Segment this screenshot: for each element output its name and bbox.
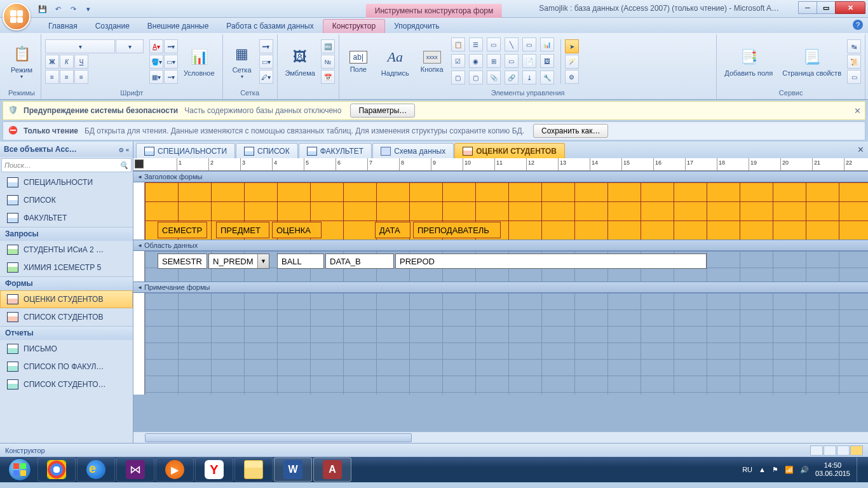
office-button[interactable] [3,3,31,30]
frame-icon[interactable]: ▢ [451,71,465,85]
close-icon[interactable]: ✕ [857,145,864,154]
font-selector[interactable]: ▾ [45,39,115,53]
task-vs[interactable]: ⋈ [116,458,154,482]
nav-item-query[interactable]: ХИМИЯ 1СЕМЕСТР 5 [0,259,133,276]
select-tool[interactable]: ➤ [565,39,579,53]
thickness-button[interactable]: ━▾ [164,39,178,53]
page-icon[interactable]: 📄 [522,54,536,68]
nav-item-report[interactable]: СПИСОК СТУДЕНТО… [0,376,133,393]
undo-icon[interactable]: ↶ [51,3,65,15]
tray-flag-icon[interactable]: ▲ [759,466,766,473]
doc-tab[interactable]: СПИСОК [236,143,298,158]
underline-button[interactable]: Ч [74,55,88,69]
italic-button[interactable]: К [60,55,74,69]
bold-button[interactable]: Ж [45,55,59,69]
fontcolor-button[interactable]: A▾ [149,39,163,53]
form-field[interactable]: BALL [277,254,324,269]
nav-category-reports[interactable]: Отчеты [0,326,133,340]
select-all-box[interactable] [135,159,144,168]
form-field[interactable]: N_PREDM▼ [208,254,269,269]
task-media[interactable]: ▶ [156,458,194,482]
task-explorer[interactable] [234,458,273,482]
nav-item-form[interactable]: ОЦЕНКИ СТУДЕНТОВ [0,290,133,308]
grid-color-button[interactable]: 🖊▾ [259,70,273,84]
addfields-button[interactable]: 📑Добавить поля [721,36,776,87]
conditional-button[interactable]: 📊Условное [180,36,219,87]
pagenum-button[interactable]: № [321,55,335,69]
form-label[interactable]: ОЦЕНКА [272,222,322,238]
form-header-section[interactable]: СЕМЕСТРПРЕДМЕТОЦЕНКАДАТАПРЕПОДАВАТЕЛЬ [133,182,868,240]
doc-tab[interactable]: СПЕЦИАЛЬНОСТИ [136,143,235,158]
form-field[interactable]: DATA_B [325,254,394,269]
scroll-thumb[interactable] [145,433,412,442]
nav-item-form[interactable]: СПИСОК СТУДЕНТОВ [0,308,133,326]
nav-item-table[interactable]: СПИСОК [0,191,133,209]
subform-new-button[interactable]: ▭ [847,70,861,84]
doc-tab[interactable]: Схема данных [372,143,454,158]
form-label[interactable]: ПРЕПОДАВАТЕЛЬ [413,222,501,238]
datetime-button[interactable]: 📅 [321,70,335,84]
nav-category-forms[interactable]: Формы [0,276,133,290]
tab-create[interactable]: Создание [86,20,139,33]
task-ie[interactable]: e [77,458,115,482]
textbox-button[interactable]: ab|Поле [343,36,374,87]
task-access[interactable]: A [313,458,351,482]
save-icon[interactable]: 💾 [36,3,50,15]
option-icon[interactable]: ◉ [469,54,483,68]
chevron-down-icon[interactable]: ▼ [257,254,269,268]
language-indicator[interactable]: RU [742,466,752,473]
clock[interactable]: 14:5003.06.2015 [815,461,850,478]
nav-item-report[interactable]: СПИСОК ПО ФАКУЛ… [0,358,133,376]
section-footer-bar[interactable]: ◄Примечание формы [133,281,868,293]
close-button[interactable]: ✕ [835,1,865,14]
vertical-ruler[interactable] [133,251,145,281]
checkbox-icon[interactable]: ☑ [451,54,465,68]
tab-home[interactable]: Главная [39,20,86,33]
tab-external[interactable]: Внешние данные [139,20,218,33]
vertical-ruler[interactable] [133,182,145,240]
tab-design[interactable]: Конструктор [323,19,385,33]
combobox-icon[interactable]: 📋 [451,37,465,51]
toggle-icon[interactable]: ⊞ [487,54,501,68]
image-icon[interactable]: 🖼 [540,54,554,68]
grid-width-button[interactable]: ━▾ [259,39,273,53]
code-button[interactable]: 📜 [847,55,861,69]
unbound-icon[interactable]: ▢ [469,71,483,85]
form-label[interactable]: ПРЕДМЕТ [216,222,269,238]
line-icon[interactable]: ╲ [505,37,519,51]
help-icon[interactable]: ? [853,20,863,30]
more-controls-icon[interactable]: 🔧 [540,71,554,85]
label-button[interactable]: AaНадпись [377,36,413,87]
subform-icon[interactable]: ▭ [487,37,501,51]
wizard-toggle[interactable]: 🪄 [565,55,579,69]
chart-icon[interactable]: 📊 [540,37,554,51]
layout-view-button[interactable] [837,445,850,456]
button-control[interactable]: xxxxКнопка [417,36,447,87]
altcolor-button[interactable]: ▦▾ [149,70,163,84]
form-detail-section[interactable]: SEMESTRN_PREDM▼BALLDATA_BPREPOD [133,251,868,281]
title-button[interactable]: 🔤 [321,39,335,53]
vertical-ruler[interactable] [133,293,145,395]
fillcolor-button[interactable]: 🪣▾ [149,55,163,69]
show-desktop-button[interactable] [857,458,863,482]
minimize-button[interactable]: ─ [798,1,817,14]
design-view-button[interactable] [850,445,863,456]
horizontal-ruler[interactable]: 1234567891011121314151617181920212223 [133,158,868,171]
nav-item-table[interactable]: ФАКУЛЬТЕТ [0,209,133,227]
nav-header[interactable]: Все объекты Acc…⊙ « [0,142,133,157]
view-button[interactable]: 📋Режим▾ [6,36,37,87]
datasheet-view-button[interactable] [824,445,836,456]
linestyle-button[interactable]: ┅▾ [164,70,178,84]
tab-database[interactable]: Работа с базами данных [217,20,322,33]
gridlines-button[interactable]: ▦Сетка▾ [227,36,257,87]
section-header-bar[interactable]: ◄Заголовок формы [133,171,868,182]
task-chrome[interactable] [37,458,76,482]
hyperlink-icon[interactable]: 🔗 [505,71,519,85]
pagebreak-icon[interactable]: ⤓ [522,71,536,85]
grid-style-button[interactable]: ▭▾ [259,55,273,69]
form-footer-section[interactable] [133,293,868,395]
doc-tab[interactable]: ФАКУЛЬТЕТ [299,143,372,158]
align-center-button[interactable]: ≡ [60,70,74,84]
form-view-button[interactable] [810,445,823,456]
fontsize-selector[interactable]: ▾ [116,39,144,53]
